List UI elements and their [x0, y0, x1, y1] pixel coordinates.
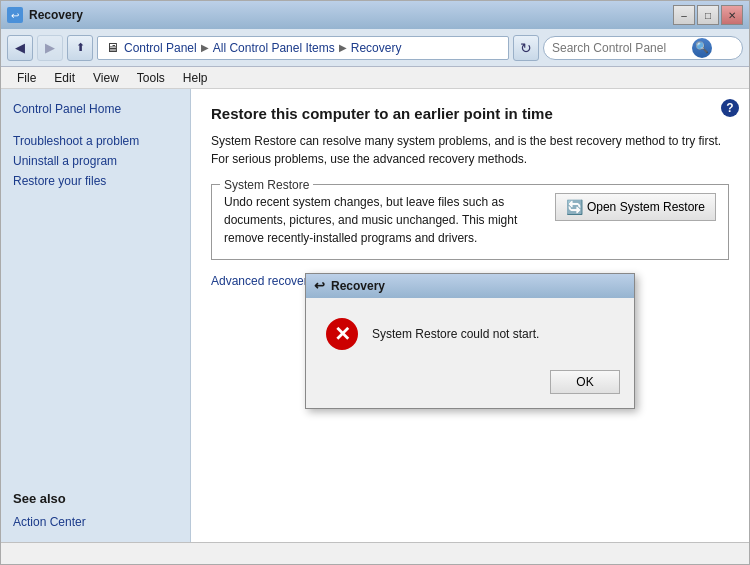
- menu-tools[interactable]: Tools: [129, 69, 173, 87]
- content-area: ? Restore this computer to an earlier po…: [191, 89, 749, 542]
- title-bar: ↩ Recovery – □ ✕: [1, 1, 749, 29]
- forward-button[interactable]: ▶: [37, 35, 63, 61]
- sidebar-link-uninstall[interactable]: Uninstall a program: [13, 153, 178, 169]
- sidebar: Control Panel Home Troubleshoot a proble…: [1, 89, 191, 542]
- sidebar-link-troubleshoot[interactable]: Troubleshoot a problem: [13, 133, 178, 149]
- close-button[interactable]: ✕: [721, 5, 743, 25]
- menu-edit[interactable]: Edit: [46, 69, 83, 87]
- address-path: 🖥 Control Panel ▶ All Control Panel Item…: [97, 36, 509, 60]
- path-arrow-2: ▶: [339, 42, 347, 53]
- minimize-button[interactable]: –: [673, 5, 695, 25]
- menu-view[interactable]: View: [85, 69, 127, 87]
- search-box[interactable]: 🔍: [543, 36, 743, 60]
- dialog-message: System Restore could not start.: [372, 327, 539, 341]
- search-input[interactable]: [552, 41, 692, 55]
- sidebar-link-action-center[interactable]: Action Center: [13, 514, 178, 530]
- up-button[interactable]: ⬆: [67, 35, 93, 61]
- title-bar-left: ↩ Recovery: [7, 7, 83, 23]
- back-button[interactable]: ◀: [7, 35, 33, 61]
- dialog-content: ✕ System Restore could not start.: [306, 298, 634, 364]
- path-arrow-1: ▶: [201, 42, 209, 53]
- dialog-title: Recovery: [331, 279, 385, 293]
- main-window: ↩ Recovery – □ ✕ ◀ ▶ ⬆ 🖥 Control Panel ▶…: [0, 0, 750, 565]
- menu-help[interactable]: Help: [175, 69, 216, 87]
- window-icon: ↩: [7, 7, 23, 23]
- path-control-panel[interactable]: Control Panel: [124, 41, 197, 55]
- dialog-overlay: ↩ Recovery ✕ System Restore could not st…: [191, 139, 749, 542]
- restore-button[interactable]: □: [697, 5, 719, 25]
- recovery-dialog: ↩ Recovery ✕ System Restore could not st…: [305, 273, 635, 409]
- dialog-ok-button[interactable]: OK: [550, 370, 620, 394]
- error-icon: ✕: [326, 318, 358, 350]
- page-title: Restore this computer to an earlier poin…: [211, 105, 729, 122]
- window-title: Recovery: [29, 8, 83, 22]
- title-bar-controls: – □ ✕: [673, 5, 743, 25]
- status-bar: [1, 542, 749, 564]
- menu-bar: File Edit View Tools Help: [1, 67, 749, 89]
- path-all-items[interactable]: All Control Panel Items: [213, 41, 335, 55]
- see-also-label: See also: [13, 491, 178, 506]
- sidebar-link-restore-files[interactable]: Restore your files: [13, 173, 178, 189]
- main-content: Control Panel Home Troubleshoot a proble…: [1, 89, 749, 542]
- dialog-footer: OK: [306, 364, 634, 408]
- refresh-button[interactable]: ↻: [513, 35, 539, 61]
- menu-file[interactable]: File: [9, 69, 44, 87]
- search-button[interactable]: 🔍: [692, 38, 712, 58]
- dialog-title-icon: ↩: [314, 278, 325, 293]
- help-icon[interactable]: ?: [721, 99, 739, 117]
- address-bar: ◀ ▶ ⬆ 🖥 Control Panel ▶ All Control Pane…: [1, 29, 749, 67]
- sidebar-link-home[interactable]: Control Panel Home: [13, 101, 178, 117]
- path-recovery[interactable]: Recovery: [351, 41, 402, 55]
- dialog-title-bar: ↩ Recovery: [306, 274, 634, 298]
